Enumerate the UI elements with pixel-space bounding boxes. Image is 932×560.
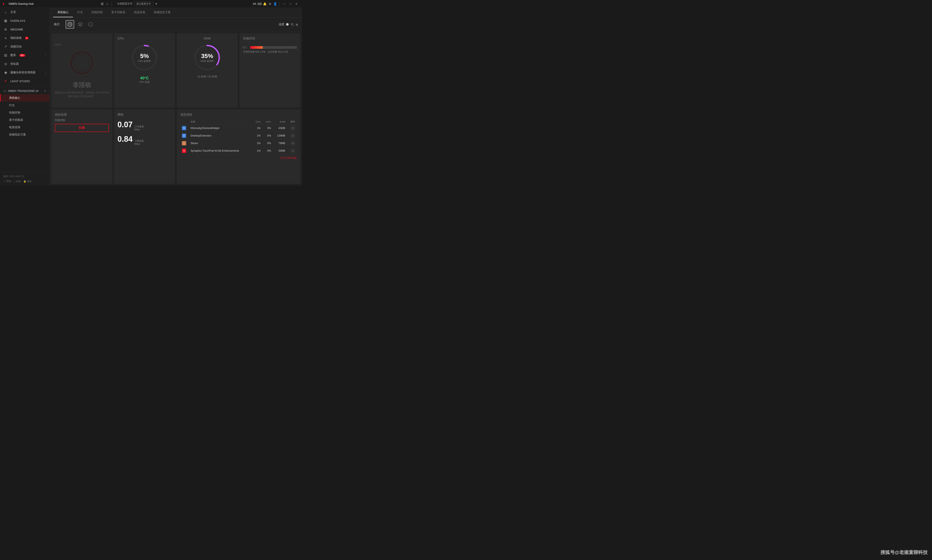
sidebar-sub-item-lighting[interactable]: 灯光 [0,102,49,109]
fury-mode-btn[interactable]: 狂暴 [55,124,109,132]
proc-action: ⊘ [287,147,297,155]
sidebar-item-my-games[interactable]: ≡ 我的游戏 1 [0,34,49,42]
processes-footer[interactable]: 打开任务管理器 [180,156,297,160]
sidebar-label-promotions: 优惠活动 [10,45,22,49]
sub-item-system-core-label: 系统核心 [9,96,20,100]
proc-ram: 20MB [273,147,287,155]
minimize-btn[interactable]: — [281,2,288,6]
gear-icon[interactable]: ⚙ [267,1,272,6]
dashboard: GPU 非活动 根据您运行的应用程序类型，您的独立 GPU 在不使用时可能处于非… [50,31,302,186]
svg-point-5 [74,55,90,71]
sidebar-sub-item-power[interactable]: 电源选项 [0,124,49,131]
device-collapse-icon[interactable]: ∧ [44,89,46,92]
mode-label: 模式 [54,22,60,26]
close-btn[interactable]: ✕ [294,2,300,6]
drive-info: 可用空间量 692.4 GB，总空间量 952.9 GB [243,50,297,54]
titlebar-icon-2[interactable]: ⌂ [105,1,110,6]
gamepad-icon[interactable]: 🎮 [252,1,257,6]
table-row: D DesktopExtension 1% 0% 139MB ⊘ [180,132,297,140]
sub-item-power-label: 电源选项 [9,125,20,129]
help-link[interactable]: ♡ 帮助 [3,180,11,183]
mode-icon-balance[interactable] [76,20,85,29]
proc-action: ⊘ [287,125,297,132]
privacy-link[interactable]: 🔒 隐私 [23,180,32,183]
my-games-badge: 1 [25,37,28,40]
sidebar-sub-item-performance[interactable]: 性能控制 [0,109,49,116]
sidebar-item-library[interactable]: ▤ 图库 99+ › [0,51,49,60]
proc-cpu: 1% [252,125,262,132]
tab-gpu-switch[interactable]: 显卡切换器 [107,8,130,17]
device-icon: ▭ [3,89,6,92]
proc-ram: 79MB [273,140,287,147]
tab-key-assign[interactable]: 按键指定方案 [149,8,175,17]
kill-process-btn[interactable]: ⊘ [291,148,295,153]
settings-title: 您的设置 [55,113,109,117]
titlebar-icon-1[interactable]: ⊞ [100,1,105,6]
feedback-link[interactable]: □ 反馈 [14,180,21,183]
processes-table: 名称 CPU GPU RAM 操作 H NGenuity2GeneralHelp… [180,119,297,155]
sidebar-sub-item-key-assign[interactable]: 按键指定方案 [0,131,49,138]
gpu-status: 非活动 [73,81,91,89]
kill-process-btn[interactable]: ⊘ [291,133,295,138]
proc-cpu: 1% [252,140,262,147]
ram-title: RAM [204,37,211,40]
mode-bar: 模式 [50,17,302,31]
sidebar-device[interactable]: ▭ OMEN TRANSCEND 14 ∧ [0,88,49,94]
maximize-btn[interactable]: □ [288,2,294,6]
sidebar-item-promotions[interactable]: ↗ 优惠活动 [0,42,49,51]
tab-system-core[interactable]: 系统核心 [53,8,73,17]
sidebar-item-optimizer[interactable]: ◎ 优化器 › [0,60,49,68]
proc-cpu: 1% [252,132,262,140]
tab-power-options[interactable]: 电源选项 [130,8,149,17]
mode-icon-info[interactable] [86,20,95,29]
sidebar-label-wegame: WEGAME [10,28,23,31]
kill-process-btn[interactable]: ⊘ [291,141,295,146]
table-row: ♨ Steam 1% 0% 79MB ⊘ [180,140,297,147]
sidebar-item-light-studio[interactable]: ✦ LIGHT STUDIO [0,77,49,85]
tab-performance[interactable]: 性能控制 [87,8,107,17]
proc-icon-cell: S [180,147,189,155]
proc-action: ⊘ [287,140,297,147]
keyboard-icon[interactable]: ⌨ [257,1,262,6]
version-label: 版本 1101.2403.1.0 [3,175,46,178]
app-title: OMEN Gaming Hub [9,2,100,5]
sidebar-item-wegame[interactable]: G WEGAME [0,25,49,34]
config-dropdown-icon[interactable]: ▼ [155,2,157,5]
processes-title: 顶层进程 [180,113,297,117]
main-layout: ⌂ 主页 ▦ OVERLAYS G WEGAME ≡ 我的游戏 1 ↗ 优惠活动… [0,8,302,186]
mode-icon-performance[interactable] [66,20,74,29]
col-cpu: CPU [252,119,262,125]
proc-name: Steam [189,140,252,147]
temp-label: 温度 [279,22,285,26]
tab-lighting[interactable]: 灯光 [73,8,87,17]
sub-item-gpu-switch-label: 显卡切换器 [9,118,23,122]
footer-links: ♡ 帮助 □ 反馈 🔒 隐私 [3,180,46,183]
kill-process-btn[interactable]: ⊘ [291,126,295,131]
bell-icon[interactable]: 🔔 [262,1,267,6]
config-current-label: 当前配置文件 [117,2,132,6]
temp-unit: °C [291,23,294,26]
network-title: 网络 [118,113,172,117]
sidebar-item-home[interactable]: ⌂ 主页 [0,8,49,16]
camera-icon: ◉ [3,70,8,75]
config-area: 当前配置文件 默认配置文件 ▼ [117,2,157,6]
cpu-title: CPU [118,37,124,40]
cpu-progress: 5% CPU 使用率 [131,43,158,72]
proc-ram: 43MB [273,125,287,132]
temp-toggle-dot[interactable] [286,23,289,26]
light-studio-icon: ✦ [3,79,8,83]
proc-gpu: 0% [262,132,273,140]
user-icon[interactable]: 👤 [272,1,278,6]
sidebar-item-overlays[interactable]: ▦ OVERLAYS [0,16,49,25]
sidebar-item-camera[interactable]: ◉ 摄像头和语音增强器 › [0,68,49,77]
proc-gpu: 0% [262,147,273,155]
config-default-btn[interactable]: 默认配置文件 [134,2,153,6]
proc-cpu: 1% [252,147,262,155]
gpu-description: 根据您运行的应用程序类型，您的独立 GPU 在不使用时可能处于非活动状态。 [55,91,109,98]
sidebar-sub-item-system-core[interactable]: 系统核心 [0,94,49,102]
col-action: 操作 [287,119,297,125]
sidebar-sub-item-gpu-switch[interactable]: 显卡切换器 [0,116,49,124]
ram-progress: 35% RAM 使用率 [193,43,221,72]
wegame-icon: G [3,27,8,31]
my-games-icon: ≡ [3,36,8,40]
